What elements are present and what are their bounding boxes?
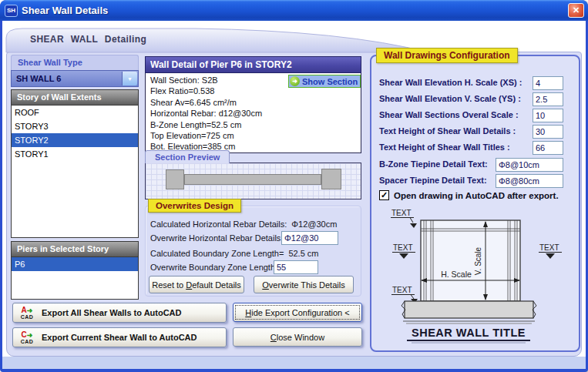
text-height-details-input[interactable] [533,125,563,139]
overwrite-this-details-button[interactable]: Overwrite This Details [254,276,354,293]
export-all-button[interactable]: A➜ CAD Export All Shear Walls to AutoCAD [12,303,227,323]
cfg-label-bzone-tiepine: B-Zone Tiepine Detail Text: [379,159,488,169]
section-right-block [321,169,341,189]
cfg-label-h-scale: Shear Wall Elevation H. Scale (XS) : [379,78,522,87]
shear-wall-type-dropdown[interactable]: SH WALL 6 ▼ [11,70,139,87]
piers-list-header: Piers in Selected Story [11,241,139,257]
show-section-label: Show Section [302,77,358,86]
export-current-button[interactable]: C➜ CAD Export Current Shear Wall to Auto… [12,327,227,347]
h-scale-label: H. Scale [441,270,472,279]
close-icon[interactable]: ✕ [568,3,584,18]
v-scale-input[interactable] [533,92,563,106]
close-window-button[interactable]: Close Window [233,327,362,347]
title-bar[interactable]: SH Shear Wall Details ✕ [0,0,588,21]
wall-detail-header: Wall Detail of Pier P6 in STORY2 [145,56,361,73]
story-list: ROOF STORY3 STORY2 STORY1 [11,106,139,238]
arrow-right-icon: ➜ [290,76,300,86]
autocad-export-current-icon: C➜ CAD [17,330,37,344]
detail-line: B-Zone Length=52.5 cm [150,119,361,130]
calc-rebar-label: Calculated Horizontal Rebar Details: [150,220,287,229]
svg-text:TEXT: TEXT [391,209,412,217]
shear-wall-type-value: SH WALL 6 [16,74,61,83]
spacer-tiepine-input[interactable] [496,174,563,188]
window-content: SHEAR WALL Detailing Shear Wall Type SH … [2,21,586,369]
shear-wall-details-window: SH Shear Wall Details ✕ SHEAR WALL Detai… [0,0,588,372]
shear-wall-title-label: SHEAR WALL TITLE [412,327,526,339]
reset-default-details-button[interactable]: Reset to Default Details [149,276,244,293]
v-scale-label: V. Scale [474,246,482,275]
list-item-story1[interactable]: STORY1 [12,147,138,161]
text-marker-mid-right: TEXT [539,243,562,259]
calc-bzone-label: Calculated Boundary Zone Length= [150,249,284,258]
detail-line: Shear Av=6.645 cm²/m [150,97,361,108]
show-section-button[interactable]: ➜ Show Section [288,75,361,88]
list-item-story2[interactable]: STORY2 [12,133,138,147]
autocad-export-all-icon: A➜ CAD [17,306,37,320]
detail-line: Horizontal Rebar: d12@30cm [150,108,361,119]
hide-export-configuration-button[interactable]: Hide Export Configuration < [233,303,362,322]
open-in-autocad-label: Open drawing in AutoCAD after export. [394,191,559,200]
cfg-label-sections-scale: Shear Wall Sections Overal Scale : [379,110,519,119]
shear-wall-diagram: V. Scale H. Scale TEXT TEXT TEXT [385,207,570,352]
export-current-label: Export Current Shear Wall to AutoCAD [42,333,197,342]
svg-text:TEXT: TEXT [393,243,413,252]
bottom-strip [2,357,586,369]
shear-wall-type-label: Shear Wall Type [11,55,139,70]
bzone-tiepine-input[interactable] [496,158,563,172]
story-list-header: Story of Wall Extents [11,89,139,106]
list-item-p6[interactable]: P6 [12,257,138,271]
tab-shear-wall-detailing: SHEAR WALL Detailing [30,34,146,45]
section-left-block [166,169,184,189]
app-icon: SH [5,5,18,17]
calc-rebar-value: Φ12@30cm [291,220,337,229]
open-in-autocad-checkbox[interactable]: ✓ [379,190,389,200]
chevron-down-icon[interactable]: ▼ [122,72,137,85]
overwrite-rebar-input[interactable] [281,231,338,245]
sections-scale-input[interactable] [533,109,563,122]
overwrite-rebar-label: Overwrite Horizontal Rebar Details: [150,233,283,243]
cfg-label-text-height-titles: Text Height of Shear Wall Titles : [379,142,510,152]
text-height-titles-input[interactable] [533,141,563,155]
calc-bzone-value: 52.5 cm [288,249,318,258]
detail-line: Top Elevation=725 cm [150,130,361,141]
overwrite-bzone-input[interactable] [274,260,318,274]
list-item-story3[interactable]: STORY3 [12,119,138,133]
window-title: Shear Wall Details [22,5,108,16]
h-scale-input[interactable] [533,76,563,90]
text-marker-top-left: TEXT [391,209,417,228]
svg-text:TEXT: TEXT [539,243,559,252]
section-preview-tab: Section Preview [145,150,230,163]
export-all-label: Export All Shear Walls to AutoCAD [42,308,182,317]
cfg-label-text-height-details: Text Height of Shear Wall Details : [379,126,516,136]
text-marker-mid-left: TEXT [392,243,415,259]
section-web-bar [184,174,321,185]
svg-text:TEXT: TEXT [392,286,412,294]
cfg-label-v-scale: Shear Wall Elevation V. Scale (YS) : [379,94,521,103]
list-item-roof[interactable]: ROOF [12,106,138,119]
wall-drawings-configuration-header: Wall Drawings Configuration [376,48,518,63]
section-preview-canvas [145,163,361,199]
piers-list: P6 [11,257,139,300]
cfg-label-spacer-tiepine: Spacer Tiepine Detail Text: [379,176,487,185]
overwrite-bzone-label: Overwrite Boundary Zone Length= [150,263,280,272]
overwrites-design-header: Overwrites Design [148,199,241,213]
